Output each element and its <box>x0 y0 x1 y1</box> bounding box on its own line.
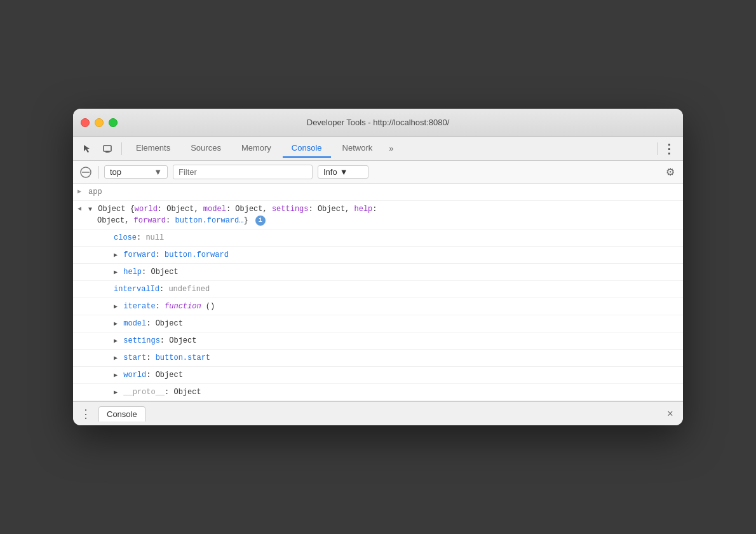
row-content-forward[interactable]: ▶ forward: button.forward <box>86 248 683 262</box>
bottom-bar: ⋮ Console × <box>73 401 683 425</box>
console-toolbar: top ▼ Info ▼ ⚙ <box>73 161 683 184</box>
window-title: Developer Tools - http://localhost:8080/ <box>307 118 450 127</box>
row-content-object[interactable]: ▼ Object {world: Object, model: Object, … <box>86 202 683 228</box>
expand-model-arrow[interactable]: ▶ <box>114 319 118 329</box>
tab-console[interactable]: Console <box>283 139 331 158</box>
console-row-help: ▶ help: Object <box>73 264 683 281</box>
row-gutter-start <box>73 351 86 353</box>
maximize-button[interactable] <box>109 118 118 127</box>
row-gutter-app: ▶ <box>73 185 86 196</box>
row-content-interval: intervalId: undefined <box>86 282 683 296</box>
context-selector-arrow: ▼ <box>154 167 162 177</box>
collapse-object-arrow[interactable]: ▼ <box>88 205 92 214</box>
row-gutter-iterate <box>73 299 86 301</box>
device-icon[interactable] <box>98 140 116 158</box>
console-content: ▶ app ◀ ▼ Object {world: Object, model: … <box>73 184 683 401</box>
expand-world-arrow[interactable]: ▶ <box>114 371 118 380</box>
console-row-start: ▶ start: button.start <box>73 350 683 367</box>
bottom-menu-icon[interactable]: ⋮ <box>78 406 93 421</box>
minimize-button[interactable] <box>95 118 104 127</box>
console-row-close: close: null <box>73 229 683 247</box>
expand-proto-arrow[interactable]: ▶ <box>114 388 118 397</box>
expand-iterate-arrow[interactable]: ▶ <box>114 302 118 312</box>
console-settings-icon[interactable]: ⚙ <box>663 165 678 180</box>
console-row-world: ▶ world: Object <box>73 367 683 384</box>
tab-memory[interactable]: Memory <box>233 139 280 158</box>
expand-help-arrow[interactable]: ▶ <box>114 268 118 277</box>
toolbar-separator <box>121 142 122 155</box>
console-row-object: ◀ ▼ Object {world: Object, model: Object… <box>73 201 683 229</box>
row-gutter-close <box>73 231 86 233</box>
row-gutter-model <box>73 317 86 318</box>
log-level-arrow: ▼ <box>340 167 348 177</box>
close-bottom-panel-icon[interactable]: × <box>663 406 678 421</box>
expand-forward-arrow[interactable]: ▶ <box>114 250 118 260</box>
row-content-settings[interactable]: ▶ settings: Object <box>86 334 683 348</box>
row-content-app[interactable]: app <box>86 185 683 199</box>
context-selector[interactable]: top ▼ <box>104 165 168 179</box>
row-gutter-forward <box>73 248 86 250</box>
row-gutter-help <box>73 265 86 267</box>
bottom-console-tab[interactable]: Console <box>98 406 145 421</box>
expand-settings-arrow[interactable]: ▶ <box>114 336 118 346</box>
traffic-lights <box>81 118 118 127</box>
row-content-help[interactable]: ▶ help: Object <box>86 265 683 279</box>
toolbar: Elements Sources Memory Console Network … <box>73 137 683 161</box>
app-label: app <box>88 188 102 196</box>
expand-start-arrow[interactable]: ▶ <box>114 353 118 363</box>
console-row-settings: ▶ settings: Object <box>73 332 683 350</box>
console-row-proto: ▶ __proto__: Object <box>73 384 683 401</box>
close-button[interactable] <box>81 118 90 127</box>
console-row-iterate: ▶ iterate: function () <box>73 298 683 315</box>
row-gutter-object: ◀ <box>73 202 86 214</box>
tab-more[interactable]: » <box>384 140 398 157</box>
title-bar: Developer Tools - http://localhost:8080/ <box>73 109 683 137</box>
console-row-model: ▶ model: Object <box>73 315 683 332</box>
row-content-world[interactable]: ▶ world: Object <box>86 368 683 382</box>
row-content-close: close: null <box>86 231 683 245</box>
devtools-menu-icon[interactable]: ⋮ <box>660 140 678 158</box>
row-content-iterate[interactable]: ▶ iterate: function () <box>86 299 683 313</box>
row-content-start[interactable]: ▶ start: button.start <box>86 351 683 365</box>
row-gutter-interval <box>73 282 86 284</box>
console-toolbar-sep <box>98 166 99 179</box>
row-gutter-world <box>73 368 86 370</box>
filter-input[interactable] <box>173 165 313 179</box>
row-gutter-proto <box>73 385 86 387</box>
console-row-app: ▶ app <box>73 184 683 201</box>
svg-rect-0 <box>104 146 111 151</box>
tab-network[interactable]: Network <box>334 139 382 158</box>
row-content-model[interactable]: ▶ model: Object <box>86 317 683 331</box>
tab-elements[interactable]: Elements <box>127 139 179 158</box>
row-content-proto[interactable]: ▶ __proto__: Object <box>86 385 683 399</box>
row-gutter-settings <box>73 334 86 336</box>
devtools-window: Developer Tools - http://localhost:8080/… <box>73 109 683 425</box>
clear-console-icon[interactable] <box>78 165 93 180</box>
log-level-selector[interactable]: Info ▼ <box>318 165 368 179</box>
console-row-forward: ▶ forward: button.forward <box>73 247 683 264</box>
console-row-interval: intervalId: undefined <box>73 281 683 298</box>
tab-sources[interactable]: Sources <box>182 139 230 158</box>
inspect-icon[interactable] <box>78 140 96 158</box>
object-info-badge[interactable]: i <box>255 216 266 226</box>
